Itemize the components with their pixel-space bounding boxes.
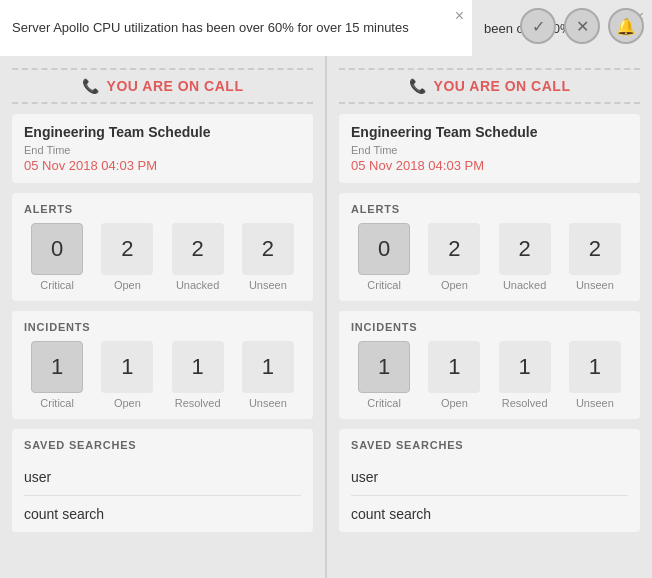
incident-label-0-3: Unseen	[249, 397, 287, 409]
alert-value-0-1: 2	[101, 223, 153, 275]
alert-value-1-3: 2	[569, 223, 621, 275]
on-call-text-0: YOU ARE ON CALL	[107, 78, 244, 94]
saved-searches-label-0: SAVED SEARCHES	[24, 439, 301, 451]
incident-value-1-3: 1	[569, 341, 621, 393]
check-icon: ✓	[532, 17, 545, 36]
incidents-label-1: INCIDENTS	[351, 321, 628, 333]
alert-label-1-2: Unacked	[503, 279, 546, 291]
panel-0: 📞 YOU ARE ON CALL Engineering Team Sched…	[0, 56, 325, 578]
alerts-label-0: ALERTS	[24, 203, 301, 215]
alert-value-1-2: 2	[499, 223, 551, 275]
schedule-end-label-1: End Time	[351, 144, 628, 156]
saved-searches-section-0: SAVED SEARCHESusercount search	[12, 429, 313, 532]
notification-left: Server Apollo CPU utilization has been o…	[0, 0, 472, 56]
alert-item-1-2[interactable]: 2 Unacked	[492, 223, 558, 291]
incident-item-1-2[interactable]: 1 Resolved	[492, 341, 558, 409]
schedule-title-1: Engineering Team Schedule	[351, 124, 628, 140]
saved-searches-section-1: SAVED SEARCHESusercount search	[339, 429, 640, 532]
main-content: 📞 YOU ARE ON CALL Engineering Team Sched…	[0, 56, 652, 578]
on-call-banner-1: 📞 YOU ARE ON CALL	[339, 68, 640, 104]
incident-value-0-0: 1	[31, 341, 83, 393]
alerts-section-0: ALERTS 0 Critical 2 Open 2 Unacked 2 Uns…	[12, 193, 313, 301]
alert-label-0-3: Unseen	[249, 279, 287, 291]
incident-value-0-1: 1	[101, 341, 153, 393]
alert-value-1-0: 0	[358, 223, 410, 275]
incident-item-0-3[interactable]: 1 Unseen	[235, 341, 301, 409]
incident-item-0-0[interactable]: 1 Critical	[24, 341, 90, 409]
incident-item-0-1[interactable]: 1 Open	[94, 341, 160, 409]
incident-label-0-1: Open	[114, 397, 141, 409]
alert-item-1-0[interactable]: 0 Critical	[351, 223, 417, 291]
alert-item-0-3[interactable]: 2 Unseen	[235, 223, 301, 291]
alert-label-1-0: Critical	[367, 279, 401, 291]
alerts-grid-1: 0 Critical 2 Open 2 Unacked 2 Unseen	[351, 223, 628, 291]
incident-item-1-0[interactable]: 1 Critical	[351, 341, 417, 409]
alert-value-0-0: 0	[31, 223, 83, 275]
schedule-end-date-0: 05 Nov 2018 04:03 PM	[24, 158, 301, 173]
search-item-1-1[interactable]: count search	[351, 496, 628, 522]
panel-1: 📞 YOU ARE ON CALL Engineering Team Sched…	[327, 56, 652, 578]
bell-button[interactable]: 🔔	[608, 8, 644, 44]
incidents-section-0: INCIDENTS 1 Critical 1 Open 1 Resolved 1…	[12, 311, 313, 419]
alert-value-0-3: 2	[242, 223, 294, 275]
schedule-title-0: Engineering Team Schedule	[24, 124, 301, 140]
alert-label-0-1: Open	[114, 279, 141, 291]
check-button[interactable]: ✓	[520, 8, 556, 44]
close-action-button[interactable]: ✕	[564, 8, 600, 44]
incident-label-0-2: Resolved	[175, 397, 221, 409]
schedule-card-0: Engineering Team Schedule End Time 05 No…	[12, 114, 313, 183]
schedule-end-label-0: End Time	[24, 144, 301, 156]
incident-value-0-2: 1	[172, 341, 224, 393]
incident-item-1-1[interactable]: 1 Open	[421, 341, 487, 409]
alert-value-1-1: 2	[428, 223, 480, 275]
on-call-banner-0: 📞 YOU ARE ON CALL	[12, 68, 313, 104]
incidents-grid-0: 1 Critical 1 Open 1 Resolved 1 Unseen	[24, 341, 301, 409]
alert-label-1-3: Unseen	[576, 279, 614, 291]
search-item-0-0[interactable]: user	[24, 459, 301, 496]
incident-item-1-3[interactable]: 1 Unseen	[562, 341, 628, 409]
notification-text-left: Server Apollo CPU utilization has been o…	[12, 19, 409, 37]
alert-item-0-1[interactable]: 2 Open	[94, 223, 160, 291]
alerts-section-1: ALERTS 0 Critical 2 Open 2 Unacked 2 Uns…	[339, 193, 640, 301]
search-item-0-1[interactable]: count search	[24, 496, 301, 522]
search-item-1-0[interactable]: user	[351, 459, 628, 496]
phone-icon-1: 📞	[409, 78, 426, 94]
phone-icon-0: 📞	[82, 78, 99, 94]
alert-item-0-2[interactable]: 2 Unacked	[165, 223, 231, 291]
incident-value-1-0: 1	[358, 341, 410, 393]
alert-value-0-2: 2	[172, 223, 224, 275]
on-call-text-1: YOU ARE ON CALL	[434, 78, 571, 94]
incident-value-0-3: 1	[242, 341, 294, 393]
alert-label-1-1: Open	[441, 279, 468, 291]
incidents-grid-1: 1 Critical 1 Open 1 Resolved 1 Unseen	[351, 341, 628, 409]
notification-close-left[interactable]: ×	[455, 8, 464, 24]
incident-value-1-1: 1	[428, 341, 480, 393]
alert-label-0-0: Critical	[40, 279, 74, 291]
alerts-grid-0: 0 Critical 2 Open 2 Unacked 2 Unseen	[24, 223, 301, 291]
alert-label-0-2: Unacked	[176, 279, 219, 291]
incident-label-1-0: Critical	[367, 397, 401, 409]
alert-item-0-0[interactable]: 0 Critical	[24, 223, 90, 291]
incident-label-0-0: Critical	[40, 397, 74, 409]
incident-item-0-2[interactable]: 1 Resolved	[165, 341, 231, 409]
alerts-label-1: ALERTS	[351, 203, 628, 215]
close-icon: ✕	[576, 17, 589, 36]
incident-label-1-3: Unseen	[576, 397, 614, 409]
schedule-end-date-1: 05 Nov 2018 04:03 PM	[351, 158, 628, 173]
bell-icon: 🔔	[616, 17, 636, 36]
saved-searches-label-1: SAVED SEARCHES	[351, 439, 628, 451]
schedule-card-1: Engineering Team Schedule End Time 05 No…	[339, 114, 640, 183]
incident-label-1-1: Open	[441, 397, 468, 409]
alert-item-1-1[interactable]: 2 Open	[421, 223, 487, 291]
incidents-section-1: INCIDENTS 1 Critical 1 Open 1 Resolved 1…	[339, 311, 640, 419]
incidents-label-0: INCIDENTS	[24, 321, 301, 333]
incident-label-1-2: Resolved	[502, 397, 548, 409]
incident-value-1-2: 1	[499, 341, 551, 393]
action-buttons: ✓ ✕ 🔔	[520, 8, 644, 44]
alert-item-1-3[interactable]: 2 Unseen	[562, 223, 628, 291]
